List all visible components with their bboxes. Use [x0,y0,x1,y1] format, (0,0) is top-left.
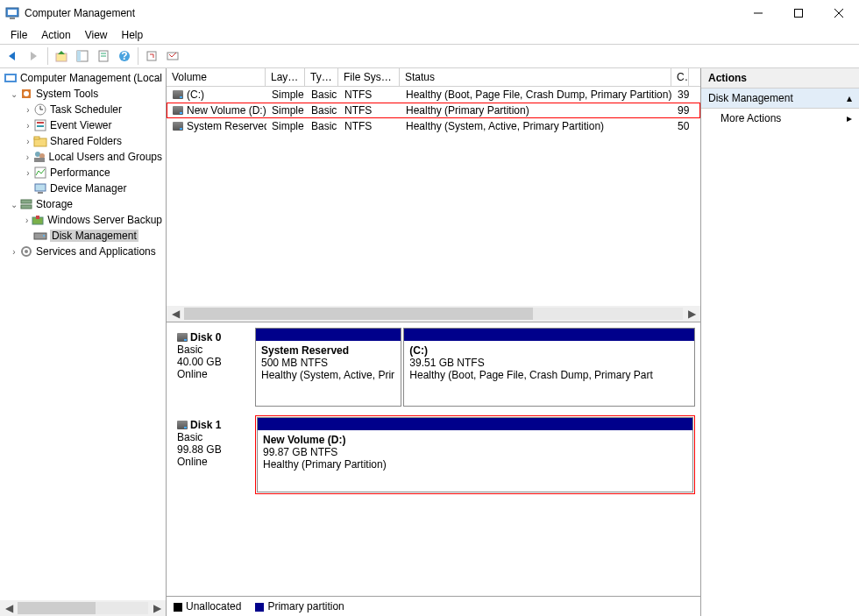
back-button[interactable] [4,46,23,66]
svg-rect-27 [34,137,39,139]
tree-shared-folders[interactable]: ›Shared Folders [0,133,166,149]
actions-section[interactable]: Disk Management▴ [701,89,859,109]
partition[interactable]: New Volume (D:)99.87 GB NTFSHealthy (Pri… [257,417,693,492]
tree-local-users[interactable]: ›Local Users and Groups [0,149,166,165]
disk-icon [177,333,188,342]
svg-rect-18 [6,75,15,81]
tree-disk-management[interactable]: Disk Management [0,228,166,244]
svg-point-38 [43,235,45,237]
drive-icon [173,122,183,131]
svg-rect-25 [37,125,44,127]
tree-services-apps[interactable]: ›Services and Applications [0,244,166,259]
col-status[interactable]: Status [400,68,671,86]
svg-rect-37 [34,233,46,239]
minimize-button[interactable] [738,0,778,26]
show-hide-tree-button[interactable] [73,46,92,66]
chevron-right-icon: ▸ [847,112,852,124]
svg-rect-1 [8,10,17,15]
svg-rect-9 [77,51,81,61]
tree-event-viewer[interactable]: ›Event Viewer [0,117,166,133]
disk-graphic-pane: Disk 0Basic40.00 GBOnlineSystem Reserved… [167,322,700,596]
drive-icon [173,106,183,115]
menu-bar: File Action View Help [0,26,859,44]
actions-pane: Actions Disk Management▴ More Actions▸ [701,68,859,616]
close-button[interactable] [819,0,859,26]
menu-action[interactable]: Action [34,27,77,43]
menu-file[interactable]: File [4,27,34,43]
title-bar: Computer Management [0,0,859,26]
refresh-button[interactable] [142,46,161,66]
svg-point-40 [25,250,28,253]
partition[interactable]: System Reserved500 MB NTFSHealthy (Syste… [255,328,401,407]
disk-icon [177,421,188,429]
svg-rect-35 [21,205,32,209]
svg-text:?: ? [121,50,127,62]
settings-button[interactable] [163,46,182,66]
app-icon [5,6,19,20]
tree-device-manager[interactable]: Device Manager [0,181,166,196]
svg-rect-34 [21,200,32,203]
legend-primary: Primary partition [267,600,344,612]
disk-row: Disk 1Basic99.88 GBOnlineNew Volume (D:)… [172,415,695,494]
menu-view[interactable]: View [78,27,115,43]
forward-button[interactable] [25,46,44,66]
drive-icon [173,90,183,99]
center-pane: Volume Layout Type File System Status C … [167,68,701,616]
volume-h-scrollbar[interactable]: ◀▶ [167,306,700,322]
actions-more[interactable]: More Actions▸ [701,109,859,128]
col-layout[interactable]: Layout [266,68,305,86]
volume-row[interactable]: System ReservedSimpleBasicNTFSHealthy (S… [167,118,700,134]
svg-rect-30 [34,158,45,162]
svg-rect-2 [10,18,15,19]
partition[interactable]: (C:)39.51 GB NTFSHealthy (Boot, Page Fil… [403,328,695,407]
window-title: Computer Management [25,7,738,19]
svg-rect-33 [38,192,43,194]
svg-rect-24 [37,122,44,124]
tree-system-tools[interactable]: ⌄System Tools [0,86,166,102]
collapse-icon: ▴ [847,92,852,104]
svg-rect-7 [56,53,67,61]
volume-row[interactable]: (C:)SimpleBasicNTFSHealthy (Boot, Page F… [167,87,700,103]
actions-title: Actions [701,68,859,89]
col-capacity[interactable]: C [671,68,689,86]
legend-unallocated: Unallocated [186,600,241,612]
col-type[interactable]: Type [305,68,338,86]
col-fs[interactable]: File System [338,68,400,86]
tree-h-scrollbar[interactable]: ◀▶ [0,600,166,616]
volume-list-header[interactable]: Volume Layout Type File System Status C [167,68,700,87]
toolbar: ? [0,44,859,68]
disk-row: Disk 0Basic40.00 GBOnlineSystem Reserved… [172,328,695,407]
tree-storage[interactable]: ⌄Storage [0,196,166,212]
volume-list: Volume Layout Type File System Status C … [167,68,700,322]
legend: Unallocated Primary partition [167,596,700,616]
svg-rect-32 [35,184,46,191]
tree-root[interactable]: Computer Management (Local [0,70,166,86]
tree-performance[interactable]: ›Performance [0,165,166,181]
svg-rect-15 [147,52,156,60]
help-button[interactable]: ? [115,46,134,66]
up-button[interactable] [52,46,71,66]
volume-row[interactable]: New Volume (D:)SimpleBasicNTFSHealthy (P… [167,103,700,118]
col-volume[interactable]: Volume [167,68,266,86]
menu-help[interactable]: Help [115,27,151,43]
tree-task-scheduler[interactable]: ›Task Scheduler [0,102,166,117]
svg-rect-4 [795,10,803,18]
svg-point-19 [24,91,29,96]
maximize-button[interactable] [778,0,819,26]
tree-pane: Computer Management (Local ⌄System Tools… [0,68,167,616]
tree-windows-backup[interactable]: ›Windows Server Backup [0,212,166,228]
properties-button[interactable] [94,46,113,66]
